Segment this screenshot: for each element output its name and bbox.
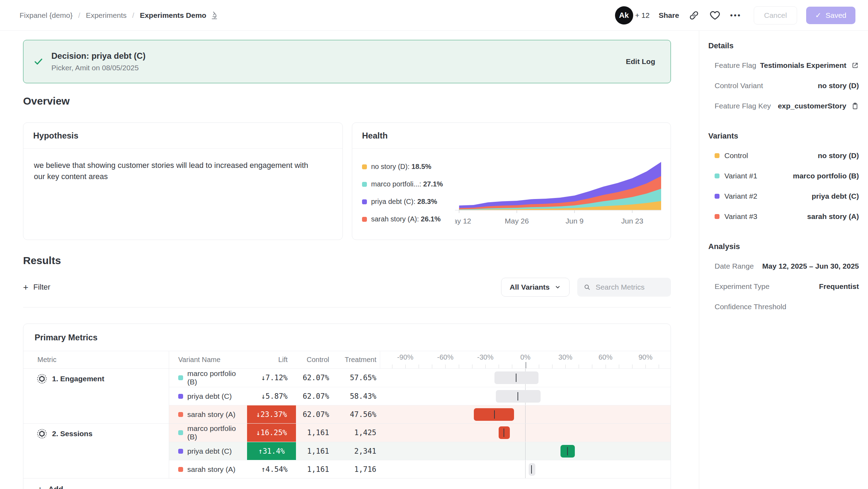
detail-value[interactable]: exp_customerStory xyxy=(778,102,859,110)
saved-label: Saved xyxy=(825,11,846,20)
analysis-label: Experiment Type xyxy=(715,282,769,291)
analysis-section: Analysis Date RangeMay 12, 2025 – Jun 30… xyxy=(708,242,859,317)
control-value: 1,161 xyxy=(296,460,333,478)
primary-metrics-title: Primary Metrics xyxy=(23,324,671,351)
legend-label: no story (D): 18.5% xyxy=(371,163,431,171)
breadcrumb: Fixpanel {demo} / Experiments / Experime… xyxy=(20,11,219,20)
lift-axis-ruler: -90%-60%-30%0%30%60%90% xyxy=(380,351,671,368)
point-estimate-tick xyxy=(504,428,504,437)
x-tick-label: Jun 9 xyxy=(566,217,584,225)
col-metric: Metric xyxy=(23,351,169,368)
saved-button[interactable]: ✓ Saved xyxy=(806,7,855,24)
main-content: Decision: priya debt (C) Picker, Amit on… xyxy=(0,31,699,489)
confidence-interval-bar xyxy=(496,390,541,403)
variants-title: Variants xyxy=(708,132,859,141)
metric-variant-row[interactable]: sarah story (A)↓23.37%62.07%47.56% xyxy=(169,405,671,423)
add-label: Add xyxy=(48,485,63,489)
col-variant-name: Variant Name xyxy=(169,351,247,368)
hypothesis-title: Hypothesis xyxy=(23,123,342,149)
legend-label: sarah story (A): 26.1% xyxy=(371,215,441,223)
variant-row: Variant #3sarah story (A) xyxy=(708,206,859,227)
variant-color-swatch xyxy=(178,430,183,435)
search-metrics-input[interactable] xyxy=(595,283,665,291)
avatar[interactable]: Ak xyxy=(615,6,633,24)
treatment-value: 58.43% xyxy=(333,387,380,405)
x-tick-label: May 12 xyxy=(455,217,471,225)
treatment-value: 57.65% xyxy=(333,369,380,387)
variant-color-swatch xyxy=(715,153,719,158)
variant-name: marco portfolio (B) xyxy=(187,369,247,386)
copy-link-icon[interactable] xyxy=(688,9,700,21)
x-tick-label: Jun 23 xyxy=(621,217,643,225)
plus-icon: + xyxy=(37,485,43,489)
x-tick-label: May 26 xyxy=(505,217,529,225)
axis-label: -60% xyxy=(437,353,454,361)
external-link-icon[interactable] xyxy=(851,62,859,69)
check-icon xyxy=(33,56,44,67)
favorite-icon[interactable] xyxy=(709,9,721,21)
edit-log-button[interactable]: Edit Log xyxy=(626,57,655,66)
search-metrics-box[interactable] xyxy=(577,278,671,297)
variants-dropdown[interactable]: All Variants xyxy=(501,278,570,297)
primary-metrics-card: Primary Metrics Metric Variant Name Lift… xyxy=(23,324,671,489)
metric-target-icon xyxy=(37,374,47,384)
col-lift: Lift xyxy=(247,351,296,368)
breadcrumb-app[interactable]: Fixpanel {demo} xyxy=(20,11,73,20)
variant-name: sarah story (A) xyxy=(187,465,236,474)
more-options-icon[interactable]: ••• xyxy=(730,11,741,20)
legend-item[interactable]: priya debt (C): 28.3% xyxy=(362,198,455,206)
analysis-row: Experiment TypeFrequentist xyxy=(708,276,859,297)
detail-label: Feature Flag xyxy=(715,61,756,70)
detail-row: Feature Flag Keyexp_customerStory xyxy=(708,96,859,116)
treatment-value: 47.56% xyxy=(333,405,380,423)
variant-color-swatch xyxy=(715,194,719,199)
variant-color-swatch xyxy=(178,412,183,417)
lift-value: ↓5.87% xyxy=(261,392,296,401)
metric-variant-row[interactable]: sarah story (A)↑4.54%1,1611,716 xyxy=(169,460,671,478)
legend-item[interactable]: marco portfoli...: 27.1% xyxy=(362,180,455,188)
analysis-title: Analysis xyxy=(708,242,859,251)
variant-color-swatch xyxy=(362,217,367,222)
variant-name: marco portfolio (B) xyxy=(187,424,247,441)
details-sidebar: Details Feature FlagTestimonials Experim… xyxy=(699,31,868,489)
treatment-value: 2,341 xyxy=(333,442,380,460)
detail-label: Control Variant xyxy=(715,82,763,90)
microscope-icon xyxy=(210,11,219,20)
variant-value: priya debt (C) xyxy=(812,192,859,200)
metric-variant-row[interactable]: marco portfolio (B)↓7.12%62.07%57.65% xyxy=(169,369,671,387)
overview-heading: Overview xyxy=(23,95,671,107)
axis-label: -30% xyxy=(477,353,494,361)
point-estimate-tick xyxy=(516,374,516,382)
treatment-value: 1,716 xyxy=(333,460,380,478)
collaborators[interactable]: Ak + 12 xyxy=(615,6,650,24)
legend-label: priya debt (C): 28.3% xyxy=(371,198,437,206)
detail-row: Feature FlagTestimonials Experiment xyxy=(708,55,859,76)
decision-banner: Decision: priya debt (C) Picker, Amit on… xyxy=(23,40,671,83)
metric-variant-row[interactable]: priya debt (C)↑31.4%1,1612,341 xyxy=(169,442,671,460)
legend-item[interactable]: no story (D): 18.5% xyxy=(362,163,455,171)
detail-row: Control Variantno story (D) xyxy=(708,76,859,96)
variant-value: no story (D) xyxy=(818,151,859,160)
control-value: 62.07% xyxy=(296,405,333,423)
add-filter-button[interactable]: + Filter xyxy=(23,283,50,292)
metric-name[interactable]: 2. Sessions xyxy=(52,430,93,438)
variant-slot-label: Variant #1 xyxy=(724,172,757,180)
variant-color-swatch xyxy=(178,375,183,380)
cancel-button[interactable]: Cancel xyxy=(754,6,797,24)
variant-slot-label: Variant #3 xyxy=(724,212,757,221)
clipboard-icon[interactable] xyxy=(851,102,859,110)
share-button[interactable]: Share xyxy=(659,11,679,20)
filter-label: Filter xyxy=(33,283,50,292)
confidence-interval-plot xyxy=(380,369,671,387)
control-value: 1,161 xyxy=(296,442,333,460)
metric-variant-row[interactable]: marco portfolio (B)↓16.25%1,1611,425 xyxy=(169,424,671,442)
detail-value[interactable]: Testimonials Experiment xyxy=(760,61,859,70)
add-metric-button[interactable]: + Add xyxy=(23,478,671,489)
variant-color-swatch xyxy=(178,449,183,454)
variant-color-swatch xyxy=(362,182,367,187)
breadcrumb-section[interactable]: Experiments xyxy=(86,11,127,20)
legend-item[interactable]: sarah story (A): 26.1% xyxy=(362,215,455,223)
metric-variant-row[interactable]: priya debt (C)↓5.87%62.07%58.43% xyxy=(169,387,671,405)
decision-title: Decision: priya debt (C) xyxy=(51,51,145,61)
metric-name[interactable]: 1. Engagement xyxy=(52,375,104,383)
